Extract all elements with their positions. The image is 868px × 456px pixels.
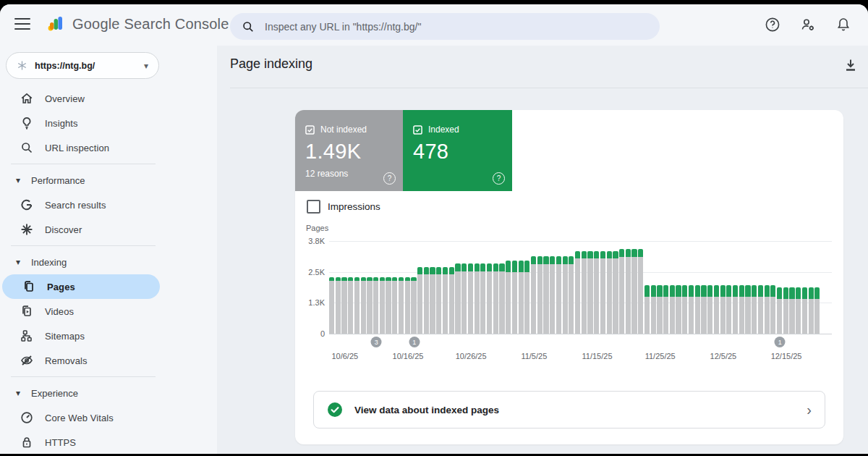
bar-not-indexed: [569, 264, 574, 334]
green-check-icon: [327, 402, 343, 418]
bar-not-indexed: [443, 274, 448, 334]
chart-x-axis-line: [329, 334, 832, 334]
checkbox-unchecked-icon[interactable]: [307, 200, 320, 214]
bar-indexed: [373, 277, 378, 281]
bar-indexed: [663, 285, 668, 297]
bar-indexed: [607, 251, 612, 258]
property-selector[interactable]: https://ntg.bg/ ▾: [6, 52, 159, 79]
sidebar-item-discover[interactable]: Discover: [0, 217, 159, 242]
sidebar-item-videos[interactable]: Videos: [0, 299, 159, 324]
help-icon[interactable]: ?: [383, 172, 396, 185]
bar-indexed: [329, 277, 334, 281]
chevron-down-icon: ▾: [16, 176, 25, 185]
sidebar-item-pages[interactable]: Pages: [2, 274, 160, 299]
impressions-toggle[interactable]: Impressions: [307, 200, 380, 214]
x-tick-label: 12/15/25: [771, 352, 802, 360]
help-icon[interactable]: ?: [493, 172, 505, 185]
bar-indexed: [613, 251, 618, 258]
sidebar-item-removals[interactable]: Removals: [0, 348, 159, 373]
export-download-icon[interactable]: [843, 57, 859, 73]
app-logo[interactable]: Google Search Console: [46, 14, 229, 33]
search-input[interactable]: [263, 20, 648, 33]
bar-indexed: [631, 249, 637, 257]
chart-annotation-marker[interactable]: 1: [409, 337, 420, 347]
main-content: Page indexing Not indexed: [217, 46, 868, 454]
help-icon[interactable]: [764, 16, 781, 33]
indexed-card[interactable]: Indexed 478 ?: [403, 110, 512, 191]
sidebar-item-overview[interactable]: Overview: [0, 86, 159, 111]
bar-not-indexed: [348, 281, 353, 334]
bar-indexed: [587, 251, 592, 258]
y-tick-label: 2.5K: [308, 268, 325, 276]
bar-indexed: [765, 285, 770, 297]
bar-not-indexed: [475, 271, 480, 334]
view-indexed-pages-panel[interactable]: View data about indexed pages ›: [313, 391, 825, 428]
bar-not-indexed: [524, 272, 529, 334]
sidebar-section-indexing[interactable]: ▾ Indexing: [0, 250, 217, 274]
sidebar-item-sitemaps[interactable]: Sitemaps: [0, 324, 159, 348]
bar-indexed: [336, 277, 341, 281]
not-indexed-card[interactable]: Not indexed 1.49K 12 reasons ?: [295, 110, 403, 191]
bar-not-indexed: [392, 281, 397, 334]
user-settings-icon[interactable]: [799, 16, 817, 33]
bar-not-indexed: [512, 272, 517, 334]
sidebar-divider: [11, 376, 156, 377]
bar-not-indexed: [519, 272, 524, 334]
chevron-down-icon: ▾: [16, 258, 25, 266]
bar-indexed: [670, 285, 675, 297]
checkbox-checked-icon[interactable]: [413, 125, 422, 135]
bar-indexed: [770, 285, 775, 297]
bar-not-indexed: [480, 271, 485, 334]
not-indexed-reasons: 12 reasons: [305, 169, 393, 179]
bar-indexed: [682, 285, 687, 297]
bar-indexed: [777, 287, 782, 299]
sidebar-item-insights[interactable]: Insights: [0, 111, 159, 135]
bar-not-indexed: [354, 281, 359, 334]
url-inspect-searchbar[interactable]: [230, 13, 660, 40]
y-tick-label: 1.3K: [308, 298, 325, 307]
sidebar-item-https[interactable]: HTTPS: [0, 430, 159, 454]
bar-indexed: [430, 267, 435, 274]
bar-not-indexed: [802, 299, 807, 334]
sitemap-tree-icon: [20, 329, 34, 343]
bar-not-indexed: [587, 258, 592, 334]
bar-not-indexed: [783, 299, 788, 334]
bar-not-indexed: [651, 297, 656, 334]
bar-not-indexed: [814, 299, 820, 334]
bar-not-indexed: [720, 297, 726, 334]
notifications-bell-icon[interactable]: [835, 16, 852, 33]
bar-indexed: [550, 256, 555, 264]
property-label: https://ntg.bg/: [35, 61, 144, 71]
menu-icon[interactable]: [14, 18, 30, 31]
bar-not-indexed: [777, 299, 782, 334]
sidebar-section-experience[interactable]: ▾ Experience: [0, 381, 217, 405]
chart-annotation-marker[interactable]: 3: [371, 337, 382, 347]
chevron-down-icon: ▾: [16, 389, 25, 397]
speedometer-icon: [20, 410, 34, 425]
bar-not-indexed: [789, 299, 794, 334]
bar-not-indexed: [436, 274, 441, 334]
bar-indexed: [436, 267, 441, 274]
sidebar-item-url-inspection[interactable]: URL inspection: [0, 135, 159, 160]
bar-not-indexed: [461, 271, 467, 334]
sidebar-section-performance[interactable]: ▾ Performance: [0, 168, 217, 193]
checkbox-checked-icon[interactable]: [305, 125, 315, 135]
sidebar-item-search-results[interactable]: Search results: [0, 193, 159, 217]
video-pages-icon: [20, 304, 34, 318]
bar-indexed: [720, 285, 726, 297]
discover-sparkle-icon: [20, 222, 34, 237]
top-header: Google Search Console: [0, 4, 868, 46]
indexed-label: Indexed: [428, 124, 459, 135]
bar-not-indexed: [739, 297, 744, 334]
bar-not-indexed: [758, 297, 763, 334]
bar-not-indexed: [424, 274, 429, 334]
chart-annotation-marker[interactable]: 1: [775, 337, 786, 347]
bar-not-indexed: [600, 258, 605, 334]
bar-indexed: [449, 267, 454, 274]
sidebar-item-core-web-vitals[interactable]: Core Web Vitals: [0, 405, 159, 430]
bar-indexed: [424, 267, 429, 274]
bar-indexed: [367, 277, 372, 281]
bar-not-indexed: [487, 271, 492, 334]
bar-indexed: [689, 285, 694, 297]
bar-not-indexed: [399, 281, 404, 334]
